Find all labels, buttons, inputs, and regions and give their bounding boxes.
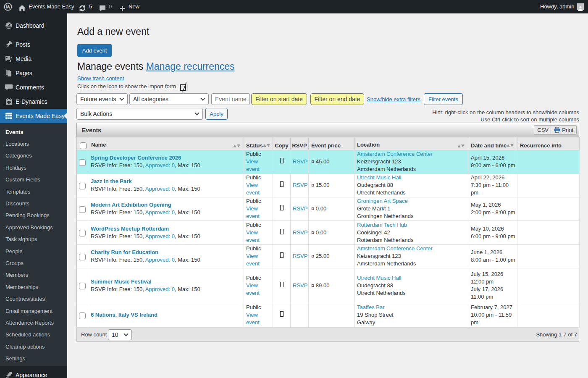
- svg-text:W: W: [5, 4, 11, 10]
